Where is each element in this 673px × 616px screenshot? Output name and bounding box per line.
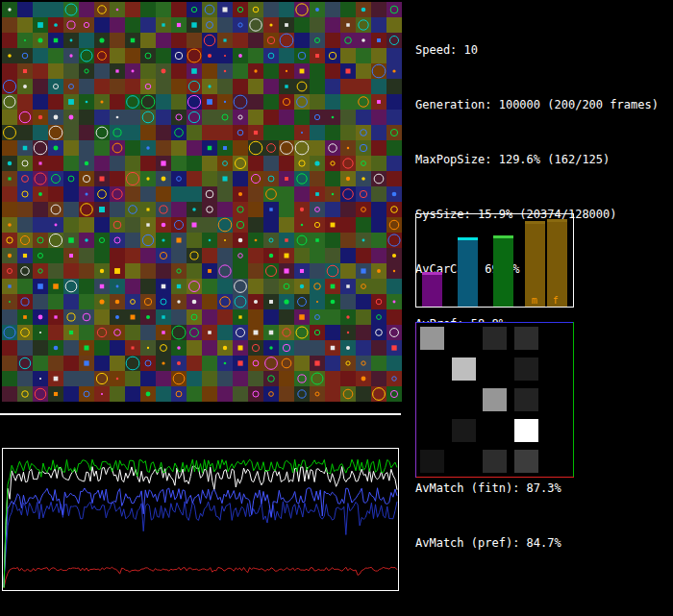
simulation-window: Speed: 10 Generation: 100000 (200/200 fr… bbox=[0, 0, 673, 616]
heatmap-border-left bbox=[415, 322, 416, 478]
group-bar-chart: m f bbox=[415, 213, 574, 308]
world-grid-canvas bbox=[2, 2, 402, 402]
history-line-chart bbox=[2, 448, 399, 591]
stat-maxpopsize: MaxPopSize: 129.6% (162/125) bbox=[415, 151, 659, 169]
heatmap-border-bottom bbox=[415, 477, 574, 478]
separator-line bbox=[0, 413, 401, 415]
stat-avmatch-pref: AvMatch (pref): 84.7% bbox=[415, 534, 659, 553]
stat-speed: Speed: 10 bbox=[415, 41, 659, 60]
heatmap-canvas bbox=[416, 323, 573, 477]
preference-heatmap bbox=[415, 322, 574, 478]
bar-chart-canvas bbox=[416, 214, 573, 307]
heatmap-border-top bbox=[415, 322, 574, 323]
stat-generation: Generation: 100000 (200/200 frames) bbox=[415, 96, 659, 114]
male-female-label: m f bbox=[532, 295, 563, 306]
heatmap-border-right bbox=[573, 322, 574, 478]
stat-avmatch-fitn: AvMatch (fitn): 87.3% bbox=[415, 480, 659, 498]
line-chart-canvas bbox=[3, 449, 398, 590]
